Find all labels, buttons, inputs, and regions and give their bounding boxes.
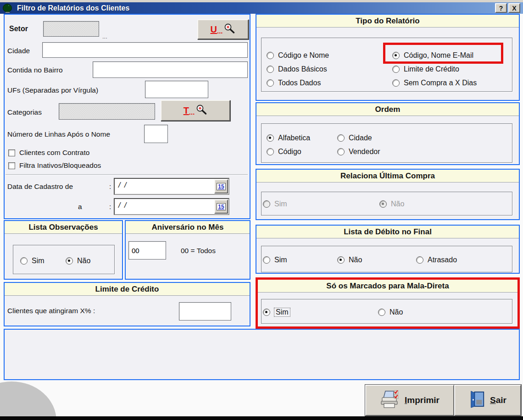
radio-icon xyxy=(392,66,400,73)
radio-label: Código, Nome E-Mail xyxy=(404,51,473,60)
radio-mala-sim[interactable]: Sim xyxy=(263,308,290,316)
setor-lookup-dots: ... xyxy=(217,27,223,35)
setor-dots: ... xyxy=(102,33,107,40)
radio-observacoes-nao[interactable]: Não xyxy=(66,257,90,265)
radio-label: Cidade xyxy=(349,134,372,142)
bairro-input[interactable] xyxy=(93,61,248,78)
sair-button[interactable]: Sair xyxy=(454,385,521,416)
radio-observacoes-sim[interactable]: Sim xyxy=(20,257,45,265)
contrato-checkbox[interactable]: Clientes com Contrato xyxy=(8,149,89,157)
data-de-field[interactable]: / / 15 xyxy=(114,178,229,195)
data-de-value: / / xyxy=(118,181,127,189)
radio-mala-nao[interactable]: Não xyxy=(378,308,403,316)
limite-credito-input[interactable] xyxy=(179,302,231,321)
radio-icon xyxy=(267,79,274,87)
radio-tipo-todos-dados[interactable]: Todos Dados xyxy=(267,79,321,87)
radio-tipo-limite-credito[interactable]: Limite de Crédito xyxy=(392,65,459,73)
ordem-title: Ordem xyxy=(256,103,519,116)
imprimir-label: Imprimir xyxy=(405,395,440,405)
data-a-label: a xyxy=(78,203,82,211)
lista-debito-panel: Lista de Débito no Final Sim Não Atrasad… xyxy=(256,225,520,274)
calendar-icon: 15 xyxy=(217,203,225,210)
radio-icon xyxy=(267,66,274,73)
radio-icon xyxy=(263,256,270,264)
radio-tipo-codigo-nome-email[interactable]: Código, Nome E-Mail xyxy=(392,51,473,60)
calendar-button[interactable]: 15 xyxy=(214,179,228,193)
radio-label: Todos Dados xyxy=(278,79,321,87)
radio-icon xyxy=(392,79,400,87)
radio-icon xyxy=(66,257,73,265)
radio-debito-sim[interactable]: Sim xyxy=(263,256,287,264)
radio-icon xyxy=(263,309,270,316)
bairro-label: Contida no Bairro xyxy=(7,66,63,74)
cidade-label: Cidade xyxy=(7,47,30,55)
radio-tipo-codigo-nome[interactable]: Código e Nome xyxy=(267,51,329,60)
aniversario-hint: 00 = Todos xyxy=(181,247,216,255)
ordem-panel: Ordem Alfabetica Código Cidade Vendedor xyxy=(256,102,520,165)
relaciona-compra-panel: Relaciona Última Compra Sim Não xyxy=(256,169,520,220)
empty-panel xyxy=(4,329,520,380)
calendar-icon: 15 xyxy=(217,183,225,190)
categorias-lookup-hotkey: T xyxy=(184,105,189,116)
radio-debito-nao[interactable]: Não xyxy=(337,256,362,264)
aniversario-panel: Aniversário no Mês 00 = Todos xyxy=(125,220,250,280)
lista-observacoes-panel: Lista Observações Sim Não xyxy=(4,220,123,280)
imprimir-button[interactable]: Imprimir xyxy=(365,385,454,416)
setor-lookup-button[interactable]: U... xyxy=(197,19,249,39)
sair-label: Sair xyxy=(490,395,506,405)
magnifier-icon xyxy=(195,104,207,117)
radio-label: Sim xyxy=(274,308,290,316)
radio-label: Código xyxy=(278,148,301,156)
screen-edge xyxy=(0,416,523,420)
dialog-window: Filtro de Relatórios dos Clientes ? X Se… xyxy=(0,0,523,420)
cidade-input[interactable] xyxy=(42,42,248,58)
radio-icon xyxy=(392,52,400,59)
lista-debito-groupbox xyxy=(261,246,512,272)
linhas-input[interactable] xyxy=(144,125,168,143)
radio-tipo-dados-basicos[interactable]: Dados Básicos xyxy=(267,65,327,73)
radio-icon xyxy=(267,52,274,59)
categorias-input[interactable] xyxy=(59,103,155,120)
calendar-button[interactable]: 15 xyxy=(214,199,228,214)
radio-label: Sem Compra a X Dias xyxy=(404,79,477,87)
aniversario-title: Aniversário no Mês xyxy=(126,221,250,234)
lista-observacoes-title: Lista Observações xyxy=(5,221,122,234)
data-a-value: / / xyxy=(118,201,127,210)
radio-label: Atrasado xyxy=(428,256,457,264)
tipo-relatorio-title: Tipo do Relatório xyxy=(256,15,519,28)
radio-label: Alfabetica xyxy=(278,134,310,142)
radio-relaciona-sim: Sim xyxy=(263,200,287,208)
limite-credito-panel: Limite de Crédito Clientes que atingiram… xyxy=(4,282,250,326)
setor-lookup-hotkey: U xyxy=(211,24,217,35)
radio-debito-atrasado[interactable]: Atrasado xyxy=(416,256,457,264)
ufs-input[interactable] xyxy=(145,81,208,98)
relaciona-compra-title: Relaciona Última Compra xyxy=(256,170,519,182)
printer-icon xyxy=(380,390,400,411)
radio-ordem-cidade[interactable]: Cidade xyxy=(337,134,372,142)
aniversario-input[interactable] xyxy=(128,241,166,260)
tipo-relatorio-panel: Tipo do Relatório Código e Nome Dados Bá… xyxy=(256,14,520,101)
radio-ordem-alfabetica[interactable]: Alfabetica xyxy=(267,134,310,142)
radio-icon xyxy=(337,148,345,155)
help-button[interactable]: ? xyxy=(495,3,507,13)
radio-ordem-vendedor[interactable]: Vendedor xyxy=(337,148,380,156)
corner-decoration xyxy=(0,381,56,420)
inativos-checkbox[interactable]: Filtra Inativos/Bloqueados xyxy=(8,161,101,170)
ordem-groupbox xyxy=(261,123,512,163)
radio-label: Sim xyxy=(274,256,287,264)
app-icon xyxy=(2,3,12,13)
setor-input[interactable] xyxy=(43,21,99,37)
radio-icon xyxy=(20,257,28,265)
close-button[interactable]: X xyxy=(508,3,520,13)
title-bar[interactable]: Filtro de Relatórios dos Clientes ? X xyxy=(0,2,523,14)
radio-relaciona-nao: Não xyxy=(379,200,404,208)
setor-label: Setor xyxy=(9,25,28,33)
radio-ordem-codigo[interactable]: Código xyxy=(267,148,301,156)
categorias-lookup-button[interactable]: T... xyxy=(161,100,230,121)
categorias-label: Categorias xyxy=(7,108,42,116)
mala-direta-panel: Só os Marcados para Mala-Direta Sim Não xyxy=(256,277,520,329)
radio-label: Sim xyxy=(32,257,45,265)
data-a-field[interactable]: / / 15 xyxy=(114,198,229,215)
radio-tipo-sem-compra[interactable]: Sem Compra a X Dias xyxy=(392,79,477,87)
contrato-label: Clientes com Contrato xyxy=(19,149,89,157)
